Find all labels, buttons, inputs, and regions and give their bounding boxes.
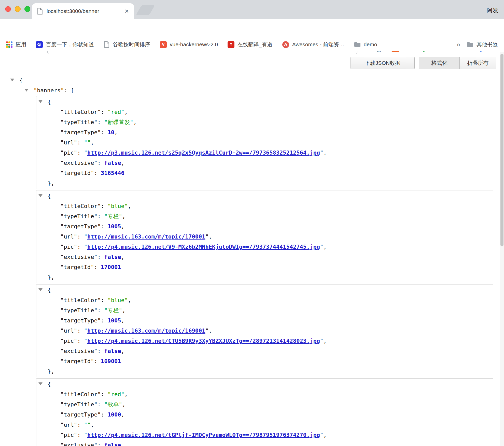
profile-name: 阿发 — [487, 6, 498, 14]
json-object-box: {"titleColor": "red","typeTitle": "新碟首发"… — [36, 96, 493, 189]
json-property-row: "targetId": 170001 — [36, 262, 493, 272]
json-property-row: "pic": "http://p4.music.126.net/tGPljf-I… — [36, 430, 493, 440]
collapse-triangle-icon[interactable] — [38, 288, 43, 291]
collapse-triangle-icon[interactable] — [24, 89, 29, 92]
collapse-triangle-icon[interactable] — [38, 194, 43, 197]
json-property-row: "exclusive": false, — [36, 158, 493, 168]
json-url-link[interactable]: http://p4.music.126.net/CTU5B9R9y3XyYBZX… — [87, 338, 320, 344]
apps-label: 应用 — [16, 41, 26, 48]
json-object-box: {"titleColor": "blue","typeTitle": "专栏",… — [36, 190, 493, 283]
json-number-value: 10 — [107, 129, 114, 136]
vertical-scrollbar[interactable] — [500, 52, 504, 446]
bookmark-item[interactable]: AAwesomes - 前端资… — [282, 41, 344, 48]
json-property-row: "targetType": 1005, — [36, 221, 493, 232]
download-json-button[interactable]: 下载JSON数据 — [351, 57, 415, 69]
json-object-close-row: }, — [36, 272, 493, 283]
json-number-value: 169001 — [101, 358, 121, 364]
json-property-row: "exclusive": false, — [36, 346, 493, 356]
json-object-box: {"titleColor": "red","typeTitle": "歌单","… — [36, 378, 493, 446]
collapse-triangle-icon[interactable] — [38, 382, 43, 385]
bookmarks-items: 百度一下，你就知道谷歌按时间排序Vvue-hackernews-2.0Y在线翻译… — [36, 41, 377, 48]
window-controls — [5, 6, 30, 12]
json-property-row: "url": "", — [36, 138, 493, 148]
browser-tab[interactable]: localhost:3000/banner × — [32, 3, 134, 19]
json-object-box: {"titleColor": "blue","typeTitle": "专栏",… — [36, 284, 493, 377]
json-string-value: "歌单" — [104, 401, 122, 408]
new-tab-button[interactable] — [136, 5, 155, 15]
bookmark-label: 在线翻译_有道 — [237, 41, 273, 48]
json-string-value: "新碟首发" — [104, 119, 133, 125]
json-property-row: "url": "", — [36, 420, 493, 430]
collapse-triangle-icon[interactable] — [10, 79, 14, 81]
bookmark-label: 百度一下，你就知道 — [46, 41, 94, 48]
bookmark-item[interactable]: demo — [354, 41, 377, 48]
json-url-link[interactable]: http://p3.music.126.net/s25q2x5QyqsAzilC… — [87, 150, 320, 156]
bookmarks-bar: 应用 百度一下，你就知道谷歌按时间排序Vvue-hackernews-2.0Y在… — [0, 38, 504, 51]
tab-strip: localhost:3000/banner × 阿发 — [0, 0, 504, 19]
other-bookmarks-button[interactable]: 其他书签 — [467, 41, 498, 48]
address-toolbar: localhost:3000/banner 英enFE — [0, 19, 504, 38]
json-url-link[interactable]: http://music.163.com/m/topic/169001 — [87, 328, 205, 334]
json-property-row: "pic": "http://p4.music.126.net/V9-MXz6b… — [36, 242, 493, 252]
tab-title: localhost:3000/banner — [47, 8, 121, 14]
bookmark-item[interactable]: Vvue-hackernews-2.0 — [160, 41, 218, 48]
json-property-row: "url": "http://music.163.com/m/topic/170… — [36, 232, 493, 242]
json-property-row: "targetId": 169001 — [36, 356, 493, 366]
json-property-row: "typeTitle": "专栏", — [36, 211, 493, 221]
scrollbar-thumb[interactable] — [500, 54, 503, 246]
json-object-close-row: }, — [36, 366, 493, 377]
json-string-value: "专栏" — [104, 307, 122, 314]
apps-grid-icon — [6, 41, 12, 48]
other-bookmarks-label: 其他书签 — [477, 41, 498, 48]
bookmark-item[interactable]: 谷歌按时间排序 — [104, 41, 150, 48]
json-property-row: "url": "http://music.163.com/m/topic/169… — [36, 326, 493, 336]
json-banners-key-row: "banners": [ — [0, 85, 499, 96]
collapse-triangle-icon[interactable] — [38, 100, 43, 103]
json-boolean-value: false — [104, 348, 121, 354]
fullscreen-window-button[interactable] — [24, 6, 30, 12]
bookmarks-overflow-chevron[interactable]: » — [457, 41, 460, 49]
bookmark-item[interactable]: Y在线翻译_有道 — [228, 41, 273, 48]
json-property-row: "exclusive": false, — [36, 440, 493, 446]
json-property-row: "targetType": 1005, — [36, 316, 493, 326]
json-property-row: "pic": "http://p4.music.126.net/CTU5B9R9… — [36, 336, 493, 346]
json-property-row: "titleColor": "blue", — [36, 201, 493, 211]
json-property-row: "titleColor": "red", — [36, 107, 493, 117]
json-number-value: 1005 — [107, 223, 121, 230]
json-url-link[interactable]: http://p4.music.126.net/V9-MXz6b2MNhEKju… — [87, 244, 320, 250]
json-boolean-value: false — [104, 160, 121, 166]
minimize-window-button[interactable] — [15, 6, 21, 12]
json-property-row: "targetType": 10, — [36, 127, 493, 138]
json-property-row: "titleColor": "blue", — [36, 295, 493, 305]
baidu-icon — [36, 41, 43, 48]
json-object-open-row: { — [36, 379, 493, 389]
collapse-all-button[interactable]: 折叠所有 — [460, 57, 496, 69]
json-object-open-row: { — [36, 285, 493, 295]
bookmarks-apps-button[interactable]: 应用 — [6, 41, 26, 48]
format-button[interactable]: 格式化 — [419, 57, 460, 69]
youdao-icon: Y — [228, 41, 234, 48]
bookmarks-right-group: » 其他书签 — [457, 41, 498, 49]
bookmark-item[interactable]: 百度一下，你就知道 — [36, 41, 94, 48]
json-property-row: "typeTitle": "专栏", — [36, 305, 493, 316]
json-url-link[interactable]: http://p4.music.126.net/tGPljf-IMOCyPvum… — [87, 432, 320, 438]
bookmark-label: 谷歌按时间排序 — [113, 41, 150, 48]
vue-icon: V — [160, 41, 167, 48]
json-property-row: "targetId": 3165446 — [36, 168, 493, 178]
json-object-open-row: { — [36, 97, 493, 107]
other-bookmarks-folder-icon — [467, 42, 473, 47]
json-property-row: "targetType": 1000, — [36, 410, 493, 420]
json-object-open-row: { — [36, 191, 493, 201]
json-url-link[interactable]: http://music.163.com/m/topic/170001 — [87, 233, 205, 240]
tab-close-icon[interactable]: × — [125, 8, 129, 15]
json-string-value: "blue" — [107, 297, 128, 303]
bookmark-label: vue-hackernews-2.0 — [170, 41, 218, 48]
folder-icon — [354, 42, 361, 47]
json-string-value: "red" — [107, 109, 124, 115]
close-window-button[interactable] — [5, 6, 11, 12]
json-string-value: "" — [84, 139, 91, 146]
bookmark-label: Awesomes - 前端资… — [292, 41, 344, 48]
awesomes-icon: A — [282, 41, 289, 48]
json-string-value: "blue" — [107, 203, 128, 209]
page-favicon — [37, 8, 43, 14]
